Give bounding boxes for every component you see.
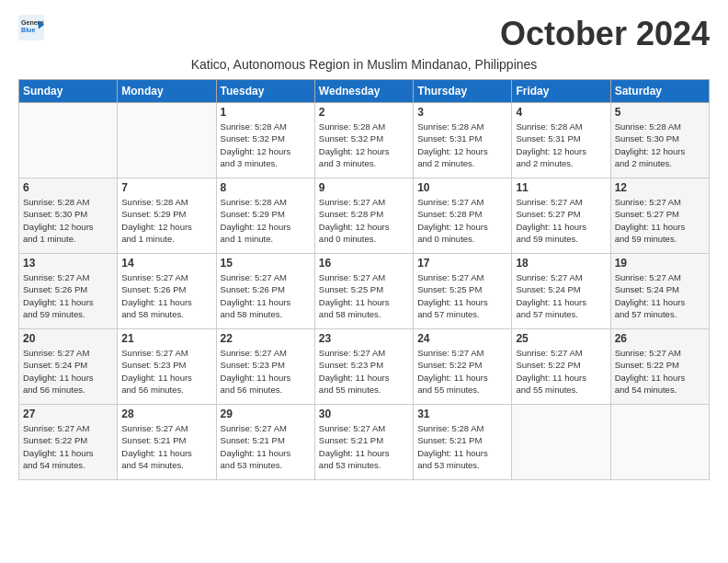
calendar-cell: 5Sunrise: 5:28 AMSunset: 5:30 PMDaylight… — [610, 103, 709, 178]
calendar-cell: 6Sunrise: 5:28 AMSunset: 5:30 PMDaylight… — [19, 178, 118, 254]
calendar: SundayMondayTuesdayWednesdayThursdayFrid… — [18, 79, 710, 480]
day-number: 9 — [319, 181, 409, 194]
day-number: 1 — [221, 106, 311, 119]
weekday-header-wednesday: Wednesday — [314, 80, 413, 103]
day-number: 4 — [516, 106, 606, 119]
day-number: 6 — [23, 181, 113, 194]
day-info: Sunrise: 5:27 AMSunset: 5:22 PMDaylight:… — [23, 422, 113, 471]
calendar-week-2: 6Sunrise: 5:28 AMSunset: 5:30 PMDaylight… — [19, 178, 710, 254]
calendar-cell: 14Sunrise: 5:27 AMSunset: 5:26 PMDayligh… — [118, 254, 216, 329]
day-info: Sunrise: 5:27 AMSunset: 5:24 PMDaylight:… — [615, 271, 705, 320]
day-info: Sunrise: 5:28 AMSunset: 5:29 PMDaylight:… — [221, 196, 311, 245]
day-info: Sunrise: 5:27 AMSunset: 5:25 PMDaylight:… — [417, 271, 507, 320]
day-info: Sunrise: 5:27 AMSunset: 5:25 PMDaylight:… — [319, 271, 409, 320]
calendar-week-1: 1Sunrise: 5:28 AMSunset: 5:32 PMDaylight… — [19, 103, 710, 178]
day-info: Sunrise: 5:28 AMSunset: 5:32 PMDaylight:… — [221, 121, 311, 169]
subtitle: Katico, Autonomous Region in Muslim Mind… — [18, 57, 710, 72]
calendar-cell: 16Sunrise: 5:27 AMSunset: 5:25 PMDayligh… — [314, 254, 413, 329]
day-info: Sunrise: 5:28 AMSunset: 5:32 PMDaylight:… — [319, 121, 409, 169]
day-info: Sunrise: 5:27 AMSunset: 5:21 PMDaylight:… — [221, 422, 311, 471]
weekday-header-sunday: Sunday — [19, 80, 118, 103]
calendar-cell: 11Sunrise: 5:27 AMSunset: 5:27 PMDayligh… — [512, 178, 610, 254]
svg-text:Blue: Blue — [21, 27, 35, 33]
calendar-cell: 25Sunrise: 5:27 AMSunset: 5:22 PMDayligh… — [512, 329, 610, 405]
calendar-cell: 15Sunrise: 5:27 AMSunset: 5:26 PMDayligh… — [216, 254, 314, 329]
day-number: 10 — [417, 181, 507, 194]
weekday-header-thursday: Thursday — [414, 80, 512, 103]
calendar-cell — [118, 103, 216, 178]
day-info: Sunrise: 5:28 AMSunset: 5:30 PMDaylight:… — [615, 121, 705, 169]
day-number: 24 — [417, 332, 507, 345]
day-number: 25 — [516, 332, 606, 345]
day-info: Sunrise: 5:27 AMSunset: 5:27 PMDaylight:… — [615, 196, 705, 245]
calendar-cell: 28Sunrise: 5:27 AMSunset: 5:21 PMDayligh… — [118, 405, 216, 480]
header: General Blue October 2024 — [18, 15, 710, 53]
calendar-cell: 26Sunrise: 5:27 AMSunset: 5:22 PMDayligh… — [610, 329, 709, 405]
calendar-cell: 20Sunrise: 5:27 AMSunset: 5:24 PMDayligh… — [19, 329, 118, 405]
calendar-cell: 8Sunrise: 5:28 AMSunset: 5:29 PMDaylight… — [216, 178, 314, 254]
day-info: Sunrise: 5:27 AMSunset: 5:26 PMDaylight:… — [23, 271, 113, 320]
calendar-cell — [19, 103, 118, 178]
day-number: 15 — [221, 257, 311, 270]
day-number: 28 — [121, 408, 211, 420]
day-number: 23 — [319, 332, 409, 345]
day-number: 8 — [221, 181, 311, 194]
calendar-week-4: 20Sunrise: 5:27 AMSunset: 5:24 PMDayligh… — [19, 329, 710, 405]
day-info: Sunrise: 5:27 AMSunset: 5:22 PMDaylight:… — [516, 347, 606, 396]
calendar-cell: 29Sunrise: 5:27 AMSunset: 5:21 PMDayligh… — [216, 405, 314, 480]
calendar-cell: 30Sunrise: 5:27 AMSunset: 5:21 PMDayligh… — [314, 405, 413, 480]
day-number: 13 — [23, 257, 113, 270]
day-number: 14 — [121, 257, 211, 270]
calendar-week-5: 27Sunrise: 5:27 AMSunset: 5:22 PMDayligh… — [19, 405, 710, 480]
day-info: Sunrise: 5:27 AMSunset: 5:27 PMDaylight:… — [516, 196, 606, 245]
calendar-cell: 24Sunrise: 5:27 AMSunset: 5:22 PMDayligh… — [414, 329, 512, 405]
logo: General Blue — [18, 15, 44, 40]
day-number: 7 — [121, 181, 211, 194]
weekday-header-tuesday: Tuesday — [216, 80, 314, 103]
day-number: 12 — [615, 181, 705, 194]
day-number: 29 — [221, 408, 311, 420]
calendar-cell: 31Sunrise: 5:28 AMSunset: 5:21 PMDayligh… — [414, 405, 512, 480]
day-info: Sunrise: 5:27 AMSunset: 5:28 PMDaylight:… — [319, 196, 409, 245]
day-info: Sunrise: 5:27 AMSunset: 5:21 PMDaylight:… — [319, 422, 409, 471]
calendar-week-3: 13Sunrise: 5:27 AMSunset: 5:26 PMDayligh… — [19, 254, 710, 329]
calendar-cell: 2Sunrise: 5:28 AMSunset: 5:32 PMDaylight… — [314, 103, 413, 178]
calendar-cell: 10Sunrise: 5:27 AMSunset: 5:28 PMDayligh… — [414, 178, 512, 254]
day-number: 17 — [417, 257, 507, 270]
calendar-cell: 4Sunrise: 5:28 AMSunset: 5:31 PMDaylight… — [512, 103, 610, 178]
calendar-cell: 27Sunrise: 5:27 AMSunset: 5:22 PMDayligh… — [19, 405, 118, 480]
day-info: Sunrise: 5:27 AMSunset: 5:26 PMDaylight:… — [221, 271, 311, 320]
calendar-cell: 1Sunrise: 5:28 AMSunset: 5:32 PMDaylight… — [216, 103, 314, 178]
calendar-cell: 9Sunrise: 5:27 AMSunset: 5:28 PMDaylight… — [314, 178, 413, 254]
day-number: 16 — [319, 257, 409, 270]
weekday-header-friday: Friday — [512, 80, 610, 103]
day-number: 5 — [615, 106, 705, 119]
day-info: Sunrise: 5:27 AMSunset: 5:24 PMDaylight:… — [516, 271, 606, 320]
calendar-cell — [512, 405, 610, 480]
calendar-cell: 21Sunrise: 5:27 AMSunset: 5:23 PMDayligh… — [118, 329, 216, 405]
weekday-header-row: SundayMondayTuesdayWednesdayThursdayFrid… — [19, 80, 710, 103]
day-info: Sunrise: 5:27 AMSunset: 5:23 PMDaylight:… — [121, 347, 211, 396]
weekday-header-saturday: Saturday — [610, 80, 709, 103]
calendar-cell: 22Sunrise: 5:27 AMSunset: 5:23 PMDayligh… — [216, 329, 314, 405]
day-info: Sunrise: 5:28 AMSunset: 5:30 PMDaylight:… — [23, 196, 113, 245]
day-info: Sunrise: 5:28 AMSunset: 5:31 PMDaylight:… — [417, 121, 507, 169]
calendar-cell: 17Sunrise: 5:27 AMSunset: 5:25 PMDayligh… — [414, 254, 512, 329]
day-info: Sunrise: 5:27 AMSunset: 5:21 PMDaylight:… — [121, 422, 211, 471]
calendar-cell: 12Sunrise: 5:27 AMSunset: 5:27 PMDayligh… — [610, 178, 709, 254]
day-info: Sunrise: 5:27 AMSunset: 5:28 PMDaylight:… — [417, 196, 507, 245]
calendar-cell: 19Sunrise: 5:27 AMSunset: 5:24 PMDayligh… — [610, 254, 709, 329]
calendar-cell: 18Sunrise: 5:27 AMSunset: 5:24 PMDayligh… — [512, 254, 610, 329]
day-number: 22 — [221, 332, 311, 345]
page: General Blue October 2024 Katico, Autono… — [0, 0, 728, 489]
day-number: 2 — [319, 106, 409, 119]
day-info: Sunrise: 5:28 AMSunset: 5:21 PMDaylight:… — [417, 422, 507, 471]
day-info: Sunrise: 5:27 AMSunset: 5:22 PMDaylight:… — [615, 347, 705, 396]
day-number: 19 — [615, 257, 705, 270]
day-number: 18 — [516, 257, 606, 270]
day-number: 20 — [23, 332, 113, 345]
day-number: 27 — [23, 408, 113, 420]
day-info: Sunrise: 5:27 AMSunset: 5:26 PMDaylight:… — [121, 271, 211, 320]
day-number: 26 — [615, 332, 705, 345]
day-number: 11 — [516, 181, 606, 194]
